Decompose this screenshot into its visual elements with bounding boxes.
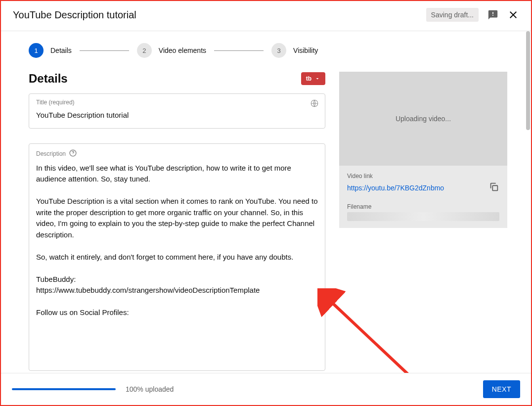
- step-label: Visibility: [293, 46, 318, 54]
- video-preview-card: Uploading video... Video link https://yo…: [339, 72, 507, 228]
- step-details[interactable]: 1 Details: [29, 43, 72, 58]
- globe-icon[interactable]: [310, 99, 319, 110]
- scrollbar[interactable]: [526, 31, 530, 130]
- title-field[interactable]: Title (required) YouTube Description tut…: [29, 93, 325, 129]
- feedback-icon[interactable]: [488, 9, 498, 20]
- upload-progress-text: 100% uploaded: [126, 385, 174, 393]
- video-link-label: Video link: [347, 173, 499, 180]
- copy-icon[interactable]: [488, 181, 499, 194]
- tubebuddy-label: tb: [306, 75, 311, 82]
- chevron-down-icon: [314, 76, 320, 82]
- close-icon[interactable]: [507, 9, 519, 21]
- section-title: Details: [29, 72, 68, 86]
- stepper-line: [214, 50, 264, 51]
- description-field[interactable]: Description In this video, we'll see wha…: [29, 143, 325, 371]
- dialog-footer: 100% uploaded NEXT: [1, 373, 531, 405]
- next-button[interactable]: NEXT: [483, 380, 520, 398]
- step-visibility[interactable]: 3 Visibility: [271, 43, 318, 58]
- title-label: Title (required): [36, 99, 318, 106]
- title-input[interactable]: YouTube Description tutorial: [36, 110, 318, 121]
- filename-value: [347, 212, 499, 221]
- description-textarea[interactable]: In this video, we'll see what is YouTube…: [36, 163, 318, 318]
- help-icon[interactable]: [69, 149, 77, 159]
- step-number: 3: [271, 43, 286, 58]
- stepper: 1 Details 2 Video elements 3 Visibility: [29, 43, 514, 58]
- stepper-line: [80, 50, 129, 51]
- step-number: 2: [137, 43, 152, 58]
- svg-rect-2: [492, 185, 497, 190]
- video-thumbnail: Uploading video...: [339, 72, 507, 166]
- step-video-elements[interactable]: 2 Video elements: [137, 43, 206, 58]
- upload-progress-fill: [12, 388, 116, 390]
- filename-label: Filename: [347, 203, 499, 210]
- video-link[interactable]: https://youtu.be/7KBG2dZnbmo: [347, 184, 444, 192]
- uploading-text: Uploading video...: [396, 115, 451, 123]
- step-label: Details: [50, 46, 72, 54]
- tubebuddy-button[interactable]: tb: [301, 72, 325, 85]
- step-label: Video elements: [159, 46, 206, 54]
- saving-draft-badge: Saving draft...: [426, 8, 479, 22]
- step-number: 1: [29, 43, 44, 58]
- description-label: Description: [36, 150, 66, 157]
- dialog-header: YouTube Description tutorial Saving draf…: [1, 1, 531, 31]
- dialog-title: YouTube Description tutorial: [13, 9, 136, 21]
- upload-progress-bar: [12, 388, 116, 390]
